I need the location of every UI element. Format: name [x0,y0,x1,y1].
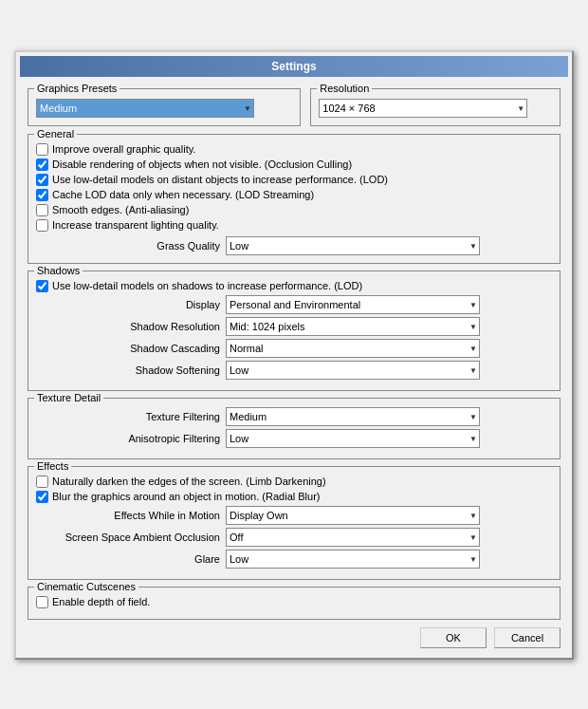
shadow-cascading-select[interactable]: Normal [226,339,480,358]
eff1-checkbox[interactable] [36,476,48,488]
gen3-checkbox[interactable] [36,174,48,186]
shadow-softening-label: Shadow Softening [36,364,226,376]
effects-checkbox-1: Naturally darken the edges of the screen… [36,476,552,488]
shadow-resolution-row: Shadow Resolution Mid: 1024 pixels [36,317,552,336]
effects-while-motion-select[interactable]: Display Own [226,506,480,525]
resolution-label: Resolution [317,83,372,94]
texture-detail-section: Texture Detail Texture Filtering Medium … [28,398,560,459]
shadows-checkbox-1: Use low-detail models on shadows to incr… [36,280,552,292]
graphics-presets-label: Graphics Presets [34,83,119,94]
display-row: Display Personal and Environmental [36,295,552,314]
glare-select[interactable]: Low [226,550,480,569]
graphics-presets-select[interactable]: Medium [36,99,254,118]
gen2-checkbox[interactable] [36,159,48,171]
general-checkbox-1: Improve overall graphic quality. [36,143,552,156]
texture-detail-label: Texture Detail [34,392,103,403]
gen6-checkbox[interactable] [36,219,48,232]
cinematic-label: Cinematic Cutscenes [34,581,138,592]
gen6-label: Increase transparent lighting quality. [52,219,219,231]
effects-while-motion-row: Effects While in Motion Display Own [36,506,552,525]
texture-filtering-label: Texture Filtering [36,411,226,422]
resolution-select[interactable]: 1024 × 768 [319,99,527,118]
general-section: General Improve overall graphic quality.… [28,134,560,264]
shadow-softening-select[interactable]: Low [226,361,480,380]
display-label: Display [36,299,226,310]
effects-while-motion-label: Effects While in Motion [36,510,226,521]
anisotropic-filtering-row: Anisotropic Filtering Low [36,429,552,448]
grass-quality-row: Grass Quality Low [36,236,552,255]
cinematic-checkbox-1: Enable depth of field. [36,596,552,608]
gen5-label: Smooth edges. (Anti-aliasing) [52,204,189,215]
shad1-label: Use low-detail models on shadows to incr… [52,280,362,291]
texture-filtering-row: Texture Filtering Medium [36,407,552,426]
gen4-label: Cache LOD data only when necessary. (LOD… [52,189,314,200]
gen5-checkbox[interactable] [36,204,48,216]
anisotropic-filtering-select[interactable]: Low [226,429,480,448]
effects-label: Effects [34,460,71,472]
effects-checkbox-2: Blur the graphics around an object in mo… [36,491,552,503]
eff2-checkbox[interactable] [36,491,48,503]
gen2-label: Disable rendering of objects when not vi… [52,159,352,170]
gen4-checkbox[interactable] [36,189,48,201]
cinematic-section: Cinematic Cutscenes Enable depth of fiel… [28,587,560,620]
cin1-checkbox[interactable] [36,596,48,608]
display-select[interactable]: Personal and Environmental [226,295,480,314]
grass-quality-label: Grass Quality [36,240,226,252]
general-checkbox-2: Disable rendering of objects when not vi… [36,159,552,171]
eff1-label: Naturally darken the edges of the screen… [52,476,326,487]
glare-label: Glare [36,553,226,565]
eff2-label: Blur the graphics around an object in mo… [52,491,320,502]
ok-button[interactable]: OK [420,627,487,648]
general-checkbox-4: Cache LOD data only when necessary. (LOD… [36,189,552,201]
glare-row: Glare Low [36,550,552,569]
gen1-label: Improve overall graphic quality. [52,143,195,155]
shadow-cascading-label: Shadow Cascading [36,343,226,354]
shadow-softening-row: Shadow Softening Low [36,361,552,380]
general-checkbox-3: Use low-detail models on distant objects… [36,174,552,186]
general-label: General [34,128,77,140]
shadow-cascading-row: Shadow Cascading Normal [36,339,552,358]
dialog-title: Settings [20,56,568,77]
ssao-label: Screen Space Ambient Occlusion [36,532,226,543]
gen3-label: Use low-detail models on distant objects… [52,174,388,185]
general-checkbox-6: Increase transparent lighting quality. [36,219,552,232]
effects-section: Effects Naturally darken the edges of th… [28,466,560,580]
cin1-label: Enable depth of field. [52,596,150,607]
shad1-checkbox[interactable] [36,280,48,292]
anisotropic-filtering-label: Anisotropic Filtering [36,433,226,444]
gen1-checkbox[interactable] [36,143,48,156]
grass-quality-select[interactable]: Low [226,236,480,255]
general-checkbox-5: Smooth edges. (Anti-aliasing) [36,204,552,216]
shadow-resolution-select[interactable]: Mid: 1024 pixels [226,317,480,336]
ssao-select[interactable]: Off [226,528,480,547]
dialog-buttons: OK Cancel [28,627,560,648]
cancel-button[interactable]: Cancel [494,627,560,648]
shadows-section: Shadows Use low-detail models on shadows… [28,271,560,391]
ssao-row: Screen Space Ambient Occlusion Off [36,528,552,547]
shadow-resolution-label: Shadow Resolution [36,321,226,332]
shadows-label: Shadows [34,265,83,276]
texture-filtering-select[interactable]: Medium [226,407,480,426]
